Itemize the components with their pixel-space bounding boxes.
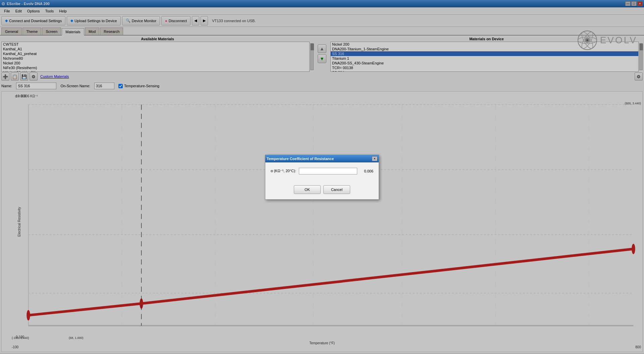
modal-field-display-value: 0.006 [360,169,373,173]
modal-cancel-button[interactable]: Cancel [323,185,350,194]
modal-overlay[interactable]: Temperature Coefficient of Resistance ✕ … [0,0,644,354]
modal-title: Temperature Coefficient of Resistance [267,157,334,161]
modal-ok-button[interactable]: OK [294,185,321,194]
modal-buttons: OK Cancel [265,185,379,199]
modal-field-label: α (KΩ⁻¹, 20°C): [271,169,296,173]
modal-field-input[interactable] [299,168,357,174]
modal-body: α (KΩ⁻¹, 20°C): 0.006 [265,162,379,185]
modal-dialog: Temperature Coefficient of Resistance ✕ … [265,155,379,200]
modal-titlebar: Temperature Coefficient of Resistance ✕ [265,155,379,162]
modal-field-row: α (KΩ⁻¹, 20°C): 0.006 [271,168,373,174]
modal-close-button[interactable]: ✕ [372,156,377,161]
